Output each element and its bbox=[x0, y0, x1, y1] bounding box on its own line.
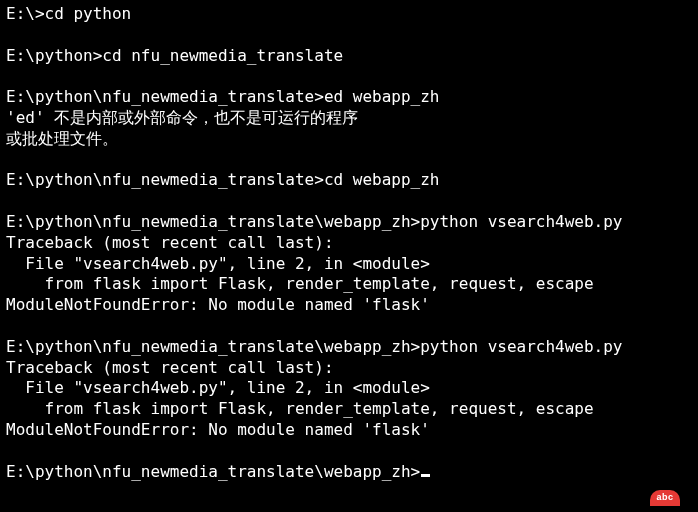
terminal-line: E:\>cd python bbox=[6, 4, 692, 25]
cursor-icon bbox=[421, 474, 430, 477]
terminal-line: E:\python\nfu_newmedia_translate>ed weba… bbox=[6, 87, 692, 108]
terminal-line: E:\python>cd nfu_newmedia_translate bbox=[6, 46, 692, 67]
terminal-line: E:\python\nfu_newmedia_translate\webapp_… bbox=[6, 337, 692, 358]
terminal-line: 'ed' 不是内部或外部命令，也不是可运行的程序 bbox=[6, 108, 692, 129]
terminal-line: ModuleNotFoundError: No module named 'fl… bbox=[6, 420, 692, 441]
terminal-line bbox=[6, 441, 692, 462]
terminal-line: E:\python\nfu_newmedia_translate\webapp_… bbox=[6, 212, 692, 233]
terminal-line: File "vsearch4web.py", line 2, in <modul… bbox=[6, 378, 692, 399]
terminal-line: ModuleNotFoundError: No module named 'fl… bbox=[6, 295, 692, 316]
terminal-line bbox=[6, 25, 692, 46]
terminal-line bbox=[6, 316, 692, 337]
terminal-line: 或批处理文件。 bbox=[6, 129, 692, 150]
terminal-line: Traceback (most recent call last): bbox=[6, 358, 692, 379]
ime-badge[interactable]: abc bbox=[650, 490, 680, 506]
ime-badge-text: abc bbox=[656, 492, 673, 504]
terminal-line: from flask import Flask, render_template… bbox=[6, 274, 692, 295]
terminal-line bbox=[6, 191, 692, 212]
terminal-line: Traceback (most recent call last): bbox=[6, 233, 692, 254]
terminal-line: from flask import Flask, render_template… bbox=[6, 399, 692, 420]
terminal-line bbox=[6, 66, 692, 87]
terminal-line bbox=[6, 150, 692, 171]
terminal-prompt-line: E:\python\nfu_newmedia_translate\webapp_… bbox=[6, 462, 692, 483]
terminal-line: E:\python\nfu_newmedia_translate>cd weba… bbox=[6, 170, 692, 191]
terminal-line: File "vsearch4web.py", line 2, in <modul… bbox=[6, 254, 692, 275]
terminal-prompt: E:\python\nfu_newmedia_translate\webapp_… bbox=[6, 462, 420, 481]
terminal-output[interactable]: E:\>cd python E:\python>cd nfu_newmedia_… bbox=[6, 4, 692, 482]
